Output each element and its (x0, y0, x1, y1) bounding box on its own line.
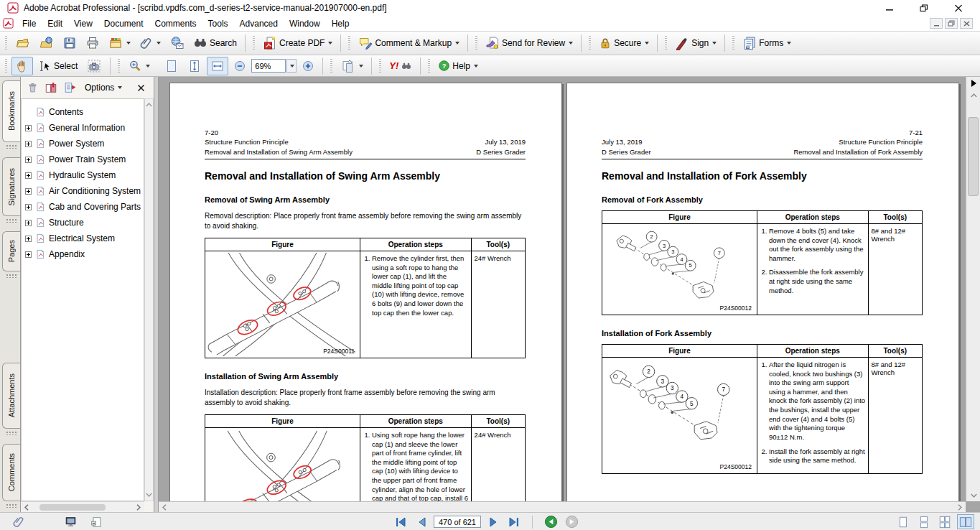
bookmark-item-hydraulic-system[interactable]: Hydraulic System (24, 167, 116, 183)
bookmark-item-air-conditioning-system[interactable]: Air Conditioning System (24, 183, 141, 199)
expand-current-bookmark-button[interactable] (45, 81, 57, 94)
menu-document[interactable]: Document (98, 17, 149, 31)
scroll-up-button[interactable] (145, 101, 154, 109)
document-vertical-scrollbar[interactable] (966, 77, 980, 501)
page-layout-status-button[interactable] (88, 514, 105, 529)
menu-view[interactable]: View (68, 17, 98, 31)
open-web-page-button[interactable] (35, 34, 57, 52)
next-view-button[interactable] (563, 514, 580, 529)
bookmark-item-structure[interactable]: Structure (24, 215, 84, 231)
save-button[interactable] (59, 34, 80, 52)
doc-minimize-button[interactable] (930, 18, 943, 29)
toolbar-grip[interactable] (589, 36, 591, 50)
hand-tool-button[interactable] (11, 57, 33, 75)
create-pdf-button[interactable]: Create PDF (259, 34, 336, 52)
menu-tools[interactable]: Tools (202, 17, 234, 31)
previous-view-button[interactable] (542, 514, 559, 529)
close-button[interactable] (953, 3, 964, 13)
scroll-left-button[interactable] (160, 503, 169, 511)
toolbar-grip[interactable] (428, 59, 430, 73)
menu-advanced[interactable]: Advanced (234, 17, 284, 31)
zoom-out-button[interactable] (230, 57, 250, 75)
search-button[interactable]: Search (190, 34, 241, 52)
facing-view-button[interactable] (957, 514, 974, 529)
open-button[interactable] (11, 34, 34, 52)
toolbar-grip[interactable] (330, 59, 332, 73)
screen-mode-button[interactable] (62, 514, 79, 529)
bookmark-item-electrical-system[interactable]: Electrical System (24, 231, 115, 246)
send-for-review-button[interactable]: Send for Review (482, 34, 577, 52)
last-page-button[interactable] (505, 514, 523, 529)
bookmark-item-power-system[interactable]: Power System (24, 136, 104, 152)
scroll-down-button[interactable] (966, 490, 980, 501)
toolbar-grip[interactable] (118, 59, 120, 73)
continuous-facing-view-button[interactable] (936, 514, 953, 529)
help-button[interactable]: ? Help (434, 57, 482, 75)
scroll-down-button[interactable] (145, 491, 154, 499)
menu-help[interactable]: Help (326, 17, 355, 31)
menu-file[interactable]: File (17, 17, 42, 31)
toolbar-grip[interactable] (379, 59, 381, 73)
fit-page-button[interactable] (161, 57, 182, 75)
toolbar-grip[interactable] (475, 36, 477, 50)
page-number-input[interactable] (434, 516, 481, 528)
toolbar-grip[interactable] (348, 36, 350, 50)
single-page-view-button[interactable] (895, 514, 912, 529)
snapshot-tool-button[interactable] (83, 57, 106, 75)
bookmark-item-power-train-system[interactable]: Power Train System (24, 152, 126, 167)
comment-markup-button[interactable]: Comment & Markup (355, 34, 463, 52)
organizer-button[interactable] (105, 34, 134, 52)
next-page-button[interactable] (485, 514, 502, 529)
menu-window[interactable]: Window (284, 17, 326, 31)
doc-restore-button[interactable] (945, 18, 958, 29)
scroll-right-button[interactable] (134, 503, 143, 511)
scrollbar-thumb[interactable] (39, 504, 106, 511)
scroll-right-button[interactable] (956, 503, 964, 511)
toolbar-grip[interactable] (732, 36, 734, 50)
zoom-level-input[interactable] (251, 59, 286, 73)
delete-bookmark-button[interactable] (27, 81, 39, 94)
forms-button[interactable]: Forms (739, 34, 795, 52)
first-page-button[interactable] (392, 514, 409, 529)
close-panel-button[interactable] (137, 84, 145, 92)
options-button[interactable]: Options (85, 83, 122, 93)
tab-bookmarks[interactable]: Bookmarks (2, 80, 20, 142)
print-button[interactable] (82, 34, 103, 52)
zoom-dropdown-button[interactable] (286, 59, 297, 73)
bookmark-item-cab-and-covering-parts[interactable]: Cab and Covering Parts (24, 199, 141, 215)
scroll-left-button[interactable] (22, 503, 31, 511)
minimize-button[interactable] (884, 3, 895, 13)
select-tool-button[interactable]: Select (34, 57, 81, 75)
menu-comments[interactable]: Comments (149, 17, 202, 31)
continuous-view-button[interactable] (915, 514, 933, 529)
page-display-button[interactable] (337, 57, 367, 75)
restore-button[interactable] (918, 3, 930, 13)
bookmark-item-appendix[interactable]: Appendix (24, 246, 85, 262)
zoom-tool-button[interactable] (124, 57, 154, 75)
toolbar-grip[interactable] (5, 59, 7, 73)
toolbar-grip[interactable] (253, 36, 255, 50)
secure-button[interactable]: Secure (595, 34, 653, 52)
bookmark-item-contents[interactable]: Contents (24, 104, 83, 120)
bookmarks-horizontal-scrollbar[interactable] (21, 501, 144, 512)
bookmark-item-general-information[interactable]: General Information (24, 120, 125, 136)
zoom-in-button[interactable] (298, 57, 318, 75)
toolbar-grip[interactable] (5, 36, 7, 50)
previous-page-button[interactable] (413, 514, 430, 529)
menu-edit[interactable]: Edit (42, 17, 68, 31)
tab-attachments[interactable]: Attachments (2, 363, 20, 429)
document-horizontal-scrollbar[interactable] (159, 501, 966, 512)
document-pane[interactable]: 7-20 Structure Function PrincipleJuly 13… (159, 77, 966, 501)
sign-button[interactable]: Sign (671, 34, 720, 52)
tab-signatures[interactable]: Signatures (2, 157, 20, 216)
scrollbar-thumb[interactable] (968, 117, 979, 196)
tab-comments[interactable]: Comments (2, 444, 20, 501)
toolbar-grip[interactable] (665, 36, 667, 50)
email-button[interactable] (166, 34, 188, 52)
fit-height-button[interactable] (184, 57, 205, 75)
yahoo-search-button[interactable]: Y! (386, 57, 416, 75)
tab-pages[interactable]: Pages (2, 231, 20, 271)
pane-expand-button[interactable] (966, 77, 980, 90)
scroll-up-button[interactable] (966, 90, 980, 101)
bookmarks-vertical-scrollbar[interactable] (144, 98, 154, 501)
